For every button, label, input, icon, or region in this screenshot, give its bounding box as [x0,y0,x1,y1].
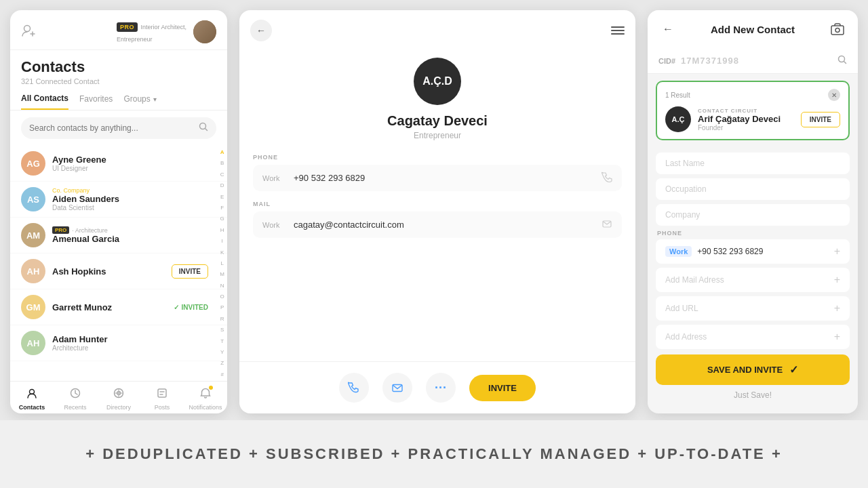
alpha-letter[interactable]: R [220,315,224,323]
alpha-letter[interactable]: Z [220,359,224,367]
contacts-tabs: All Contacts Favorites Groups ▾ [10,88,227,110]
mail-icon[interactable] [601,218,612,231]
phone-icon[interactable] [601,171,612,184]
avatar: AG [21,151,45,176]
occupation-field[interactable]: Occupation [656,178,850,200]
mail-button[interactable] [382,373,412,403]
alpha-letter[interactable]: D [220,182,224,189]
phone-type-tag[interactable]: Work [665,246,692,257]
avatar: AM [21,223,45,247]
list-item[interactable]: AG Ayne Greene UI Designer [10,146,227,182]
add-mail-button[interactable]: + [834,274,840,286]
alpha-letter[interactable]: I [220,237,224,245]
result-person: A.Ç CONTACT CIRCUIT Arif Çağatay Deveci … [665,106,840,132]
invite-button[interactable]: INVITE [469,375,536,401]
contact-detail-screen: ← A.Ç.D Cagatay Deveci Entrepreneur PHON… [239,10,635,413]
last-name-placeholder: Last Name [665,159,840,168]
list-item[interactable]: AS Co. Company Aiden Saunders Data Scien… [10,182,227,218]
alpha-letter[interactable]: E [220,193,224,201]
list-item[interactable]: AM PRO · Architecture Amenual Garcia [10,218,227,253]
list-item[interactable]: GM Garrett Munoz ✓ INVITED [10,289,227,325]
last-name-field[interactable]: Last Name [656,152,850,174]
mail-field[interactable]: Add Mail Adress + [656,268,850,292]
phone-section-label: PHONE [657,230,850,237]
alpha-letter[interactable]: T [220,338,224,345]
search-icon[interactable] [837,55,847,66]
mail-value: cagatay@contactcircuit.com [294,220,595,230]
call-button[interactable] [339,373,369,403]
contact-role: Data Scientist [52,204,208,211]
contact-name: Amenual Garcia [52,234,208,244]
just-save-button[interactable]: Just Save! [656,390,850,400]
contact-name: Adam Hunter [52,334,208,344]
contact-name: Aiden Saunders [52,194,208,204]
add-url-button[interactable]: + [834,302,840,314]
tab-groups[interactable]: Groups ▾ [123,94,156,109]
alpha-letter[interactable]: K [220,249,224,256]
contact-avatar: A.Ç.D [414,58,461,105]
phone-value: +90 532 293 6829 [294,173,595,183]
camera-button[interactable] [828,20,847,39]
svg-line-4 [205,129,208,131]
back-button[interactable]: ← [658,20,677,39]
nav-contacts[interactable]: Contacts [10,387,54,411]
user-avatar[interactable] [193,20,216,43]
alpha-letter[interactable]: A [220,148,224,156]
tab-favorites[interactable]: Favorites [79,94,113,109]
phone-field[interactable]: Work +90 532 293 6829 + [656,239,850,264]
alpha-letter[interactable]: S [220,326,224,333]
nav-recents[interactable]: Recents [54,387,97,411]
alpha-letter[interactable]: P [220,304,224,311]
contact-name: Garrett Munoz [52,302,167,312]
invite-button[interactable]: INVITE [172,264,208,279]
alpha-letter[interactable]: Y [220,348,224,356]
more-button[interactable]: ··· [426,373,456,403]
alpha-letter[interactable]: N [220,282,224,289]
close-button[interactable]: ✕ [828,89,840,101]
alpha-letter[interactable]: O [220,293,224,300]
company-field[interactable]: Company [656,204,850,226]
save-and-invite-button[interactable]: SAVE AND INVITE ✓ [656,354,850,385]
nav-posts[interactable]: Posts [140,387,184,411]
contact-info: Garrett Munoz [52,302,167,312]
alpha-letter[interactable]: M [220,270,224,278]
add-contact-screen: ← Add New Contact CID# 17M7371998 [648,10,858,413]
tab-all-contacts[interactable]: All Contacts [21,94,68,110]
alpha-letter[interactable]: G [220,215,224,222]
alpha-letter[interactable]: B [220,159,224,167]
back-button[interactable]: ← [250,20,272,41]
alpha-letter[interactable]: # [220,371,224,378]
nav-directory[interactable]: Directory [97,387,140,411]
alpha-letter[interactable]: F [220,204,224,211]
url-field[interactable]: Add URL + [656,296,850,321]
alpha-letter[interactable]: H [220,226,224,234]
banner-text: + DEDUPLICATED + SUBSCRIBED + PRACTICALL… [85,445,783,463]
contact-info: Co. Company Aiden Saunders Data Scientis… [52,187,208,211]
recents-icon [69,387,81,402]
search-input[interactable] [29,123,193,133]
nav-notifications-label: Notifications [189,404,222,411]
add-contact-icon[interactable] [21,23,36,41]
phone-type: Work [262,174,287,182]
search-bar [21,117,216,139]
phone-row: Work +90 532 293 6829 [253,165,622,191]
posts-icon [156,387,168,402]
address-placeholder: Add Adress [665,332,829,342]
list-item[interactable]: AH Adam Hunter Architecture [10,325,227,361]
add-address-button[interactable]: + [834,331,840,343]
company-placeholder: Company [665,210,840,220]
contacts-title: Contacts [21,58,216,76]
alpha-letter[interactable]: C [220,171,224,178]
add-phone-button[interactable]: + [834,245,840,258]
contact-profile: A.Ç.D Cagatay Deveci Entrepreneur [239,51,635,154]
menu-button[interactable] [611,26,625,35]
svg-point-0 [24,25,31,31]
search-icon [199,122,208,134]
alpha-letter[interactable]: L [220,260,224,267]
list-item[interactable]: AH Ash Hopkins INVITE [10,253,227,289]
result-invite-button[interactable]: INVITE [801,112,840,127]
nav-notifications[interactable]: Notifications [184,387,227,411]
invited-label: INVITED [182,304,208,311]
address-field[interactable]: Add Adress + [656,325,850,349]
mail-label: MAIL [253,201,622,207]
